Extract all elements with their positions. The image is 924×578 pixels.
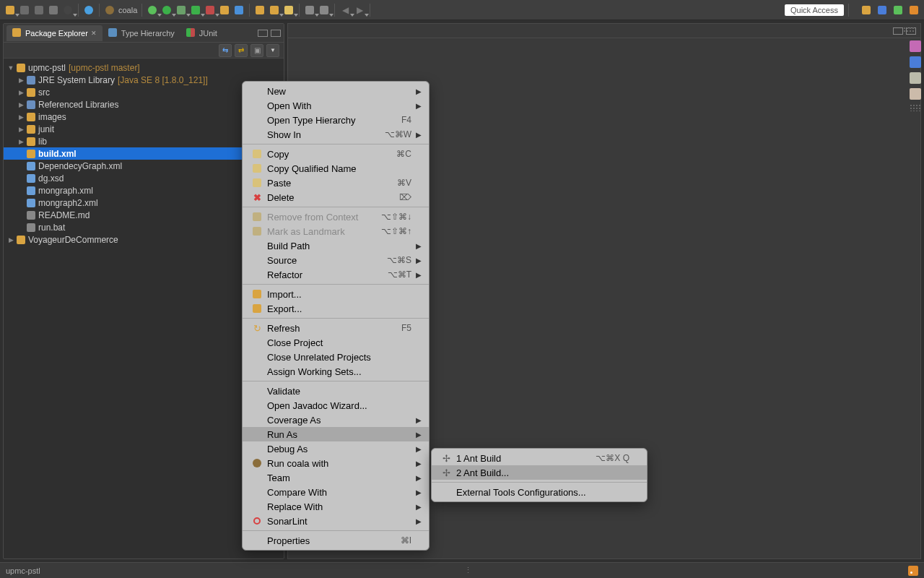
toggle-editor-icon[interactable] [304,4,315,16]
menu-item[interactable]: Coverage As▶ [243,413,429,427]
menu-item[interactable]: Team▶ [243,470,429,485]
menu-item-label: Run As [267,429,411,440]
nav-fwd-icon[interactable]: ▶ [354,4,365,16]
expand-arrow-icon[interactable]: ▶ [17,138,25,145]
menu-item[interactable]: Source⌥⌘S▶ [243,253,429,267]
menu-item[interactable]: ✖Delete⌦ [243,190,429,204]
menu-item[interactable]: Export... [243,301,429,316]
expand-arrow-icon[interactable]: ▶ [6,236,15,243]
menu-item[interactable]: Close Project [243,335,429,350]
expand-arrow-icon[interactable]: ▶ [17,126,25,133]
expand-arrow-icon[interactable]: ▼ [6,64,15,72]
open-perspective-icon[interactable] [860,4,872,16]
quick-access-input[interactable]: Quick Access [785,4,844,16]
submenu-arrow-icon: ▶ [411,416,422,424]
minimize-editor-icon[interactable] [893,27,903,35]
java-perspective-icon[interactable] [876,4,888,16]
menu-item[interactable]: Replace With▶ [243,499,429,514]
mylyn-icon[interactable] [62,4,74,16]
drag-handle-icon[interactable] [903,27,915,33]
close-icon[interactable]: ✕ [91,30,97,37]
focus-task-icon[interactable]: ▣ [250,44,263,57]
menu-item[interactable]: Assign Working Sets... [243,364,429,379]
menu-item[interactable]: Compare With▶ [243,485,429,499]
search-icon[interactable] [269,4,280,16]
menu-item[interactable]: Run coala with▶ [243,456,429,470]
debug-icon[interactable] [147,4,158,16]
menu-item[interactable]: Copy Qualified Name [243,161,429,176]
menu-item[interactable]: Copy⌘C [243,147,429,161]
debug-perspective-icon[interactable] [892,4,904,16]
new-icon[interactable] [4,4,16,16]
link-editor-icon[interactable]: ⇄ [235,44,248,57]
task-list-icon[interactable] [910,40,921,52]
mylyn-task-icon[interactable] [910,56,921,68]
expand-arrow-icon[interactable]: ▶ [17,101,25,108]
minimize-view-icon[interactable] [258,30,268,37]
save-all-icon[interactable] [33,4,45,16]
submenu-arrow-icon: ▶ [411,488,422,496]
menu-item[interactable]: New▶ [243,84,429,98]
menu-item[interactable]: Close Unrelated Projects [243,350,429,364]
menu-item[interactable]: ✢1 Ant Build⌥⌘X Q [432,451,647,465]
build-icon[interactable] [48,4,59,16]
menu-item[interactable]: ↻RefreshF5 [243,321,429,335]
expand-arrow-icon[interactable]: ▶ [17,77,25,84]
toggle-view-icon[interactable] [318,4,330,16]
menu-item[interactable]: Open Type HierarchyF4 [243,113,429,127]
menu-shortcut: ⌥⌘X Q [596,453,629,463]
coverage-icon[interactable] [175,4,187,16]
menu-item[interactable]: SonarLint▶ [243,514,429,528]
tree-item-label: README.md [38,210,90,220]
menu-item[interactable]: ✢2 Ant Build... [432,465,647,480]
view-menu-icon[interactable]: ▼ [266,44,279,57]
menu-item[interactable]: Refactor⌥⌘T▶ [243,267,429,282]
menu-item[interactable]: Open With▶ [243,98,429,113]
new-package-icon[interactable] [219,4,230,16]
menu-item[interactable]: Validate [243,384,429,398]
tree-item-label: build.xml [38,149,77,159]
run-last-icon[interactable] [190,4,201,16]
menu-item-label: Mark as Landmark [267,226,364,237]
menu-item-label: Assign Working Sets... [267,366,411,377]
tab-type-hierarchy[interactable]: Type Hierarchy [103,25,180,41]
run-icon[interactable] [161,4,173,16]
menu-item[interactable]: Open Javadoc Wizard... [243,398,429,413]
menu-item[interactable]: Show In⌥⌘W▶ [243,127,429,142]
menu-item-label: Open With [267,100,411,111]
rss-icon[interactable] [908,566,918,576]
maximize-view-icon[interactable] [271,30,281,37]
skip-breakpoints-icon[interactable] [83,4,95,16]
menu-item[interactable]: Run As▶ [243,427,429,441]
vert-handle-icon[interactable] [910,104,921,111]
collapse-all-icon[interactable]: ⇆ [219,44,232,57]
tab-label: Package Explorer [25,29,88,38]
highlight-icon[interactable] [283,4,295,16]
outline-icon[interactable] [910,72,921,84]
open-type-icon[interactable] [254,4,266,16]
tree-project-root[interactable]: ▼ upmc-pstl [upmc-pstl master] [4,61,284,74]
tab-junit[interactable]: JUnit [180,25,223,41]
tab-package-explorer[interactable]: Package Explorer ✕ [6,25,103,41]
menu-shortcut: ⌥⌘S [387,255,411,265]
tree-item-label: lib [38,137,47,147]
coala-icon[interactable] [104,4,116,16]
snippets-icon[interactable] [910,88,921,100]
expand-arrow-icon[interactable]: ▶ [17,113,25,121]
submenu-arrow-icon: ▶ [411,256,422,264]
menu-item[interactable]: Paste⌘V [243,176,429,190]
menu-item[interactable]: Build Path▶ [243,238,429,253]
ext-tools-icon[interactable] [204,4,216,16]
menu-item[interactable]: Debug As▶ [243,441,429,456]
file-icon [25,223,37,233]
save-icon[interactable] [19,4,30,16]
menu-item-label: Close Project [267,337,411,348]
git-perspective-icon[interactable] [908,4,920,16]
nav-back-icon[interactable]: ◀ [339,4,351,16]
menu-item-label: Run coala with [267,458,411,469]
menu-item[interactable]: Import... [243,287,429,301]
new-class-icon[interactable] [233,4,245,16]
menu-item[interactable]: Properties⌘I [243,533,429,548]
expand-arrow-icon[interactable]: ▶ [17,89,25,96]
menu-item[interactable]: External Tools Configurations... [432,485,647,499]
